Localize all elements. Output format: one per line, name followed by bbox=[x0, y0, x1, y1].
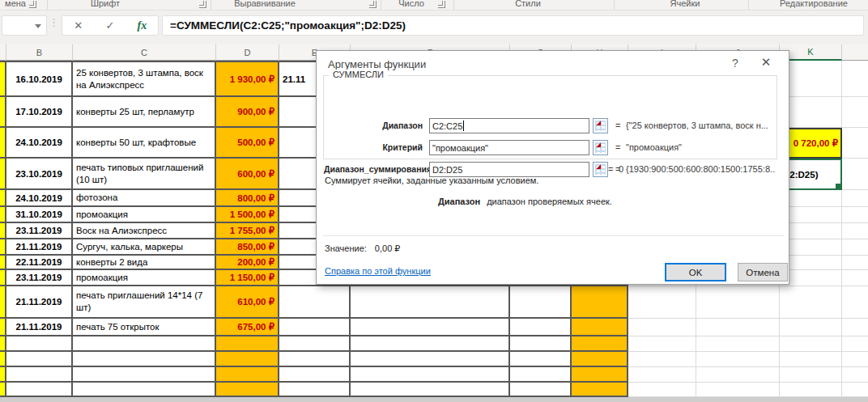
cell[interactable] bbox=[842, 270, 868, 286]
cell-amount[interactable]: 850,00 ₽ bbox=[216, 239, 279, 256]
cell[interactable] bbox=[0, 239, 6, 256]
cell-amount[interactable]: 1 500,00 ₽ bbox=[216, 207, 279, 223]
cell[interactable] bbox=[510, 336, 572, 352]
column-header-B[interactable]: B bbox=[6, 44, 73, 61]
cancel-button[interactable]: Отмена bbox=[738, 263, 788, 281]
cell[interactable] bbox=[73, 336, 216, 352]
cell[interactable] bbox=[780, 383, 842, 397]
cell[interactable] bbox=[572, 367, 628, 383]
dialog-launcher-icon[interactable] bbox=[29, 1, 36, 8]
name-box[interactable] bbox=[2, 15, 47, 36]
cell[interactable] bbox=[696, 383, 780, 397]
cell[interactable] bbox=[510, 286, 572, 319]
cell[interactable] bbox=[279, 286, 351, 319]
cell[interactable] bbox=[0, 97, 6, 128]
cell-desc[interactable]: конверты 25 шт, перламутр bbox=[73, 97, 216, 128]
cell[interactable] bbox=[572, 319, 628, 336]
criteria-input[interactable]: "промоакция" bbox=[429, 140, 589, 155]
cell[interactable] bbox=[628, 319, 696, 336]
cell-desc[interactable]: промоакция bbox=[73, 207, 216, 223]
column-header-D[interactable]: D bbox=[216, 44, 279, 61]
cell-desc[interactable]: конверты 50 шт, крафтовые bbox=[73, 128, 216, 159]
cell-date[interactable]: 21.11.2019 bbox=[6, 239, 73, 256]
cell[interactable] bbox=[279, 352, 351, 367]
cell[interactable] bbox=[279, 319, 351, 336]
enter-icon[interactable]: ✓ bbox=[98, 19, 122, 32]
cell-amount[interactable]: 900,00 ₽ bbox=[216, 97, 279, 128]
cell[interactable] bbox=[0, 61, 6, 97]
cell[interactable] bbox=[0, 336, 6, 352]
cell[interactable] bbox=[216, 383, 279, 397]
column-header-L[interactable] bbox=[842, 44, 868, 61]
cell[interactable] bbox=[0, 223, 6, 239]
formula-input[interactable]: =СУММЕСЛИ(C2:C25;"промоакция";D2:D25) bbox=[162, 15, 864, 36]
cell[interactable] bbox=[628, 352, 696, 367]
cell[interactable] bbox=[351, 319, 510, 336]
cell[interactable] bbox=[6, 383, 73, 397]
cell[interactable] bbox=[780, 336, 842, 352]
function-help-link[interactable]: Справка по этой функции bbox=[325, 266, 431, 276]
collapse-dialog-icon[interactable] bbox=[593, 118, 608, 133]
cell-amount[interactable]: 800,00 ₽ bbox=[216, 190, 279, 207]
cell[interactable] bbox=[216, 336, 279, 352]
close-icon[interactable]: ✕ bbox=[757, 55, 775, 70]
cell-date[interactable]: 22.11.2019 bbox=[6, 256, 73, 270]
cell-date[interactable]: 31.10.2019 bbox=[6, 207, 73, 223]
cell-desc[interactable]: печать приглашений 14*14 (7 шт) bbox=[73, 286, 216, 319]
cell[interactable] bbox=[696, 319, 780, 336]
cell-desc[interactable]: 25 конвертов, 3 штампа, воск на Алиэкспр… bbox=[73, 61, 216, 97]
cell[interactable] bbox=[842, 286, 868, 319]
cell-desc[interactable]: промоакция bbox=[73, 270, 216, 286]
cell[interactable] bbox=[0, 190, 6, 207]
cell-desc[interactable]: конверты 2 вида bbox=[73, 256, 216, 270]
cell[interactable] bbox=[351, 336, 510, 352]
cell[interactable] bbox=[780, 319, 842, 336]
cell[interactable] bbox=[696, 336, 780, 352]
cell[interactable] bbox=[510, 352, 572, 367]
cell[interactable] bbox=[696, 352, 780, 367]
cell[interactable] bbox=[279, 336, 351, 352]
cell-date[interactable]: 24.10.2019 bbox=[6, 190, 73, 207]
cell[interactable] bbox=[572, 286, 628, 319]
cell[interactable] bbox=[842, 128, 868, 159]
cell[interactable] bbox=[0, 383, 6, 397]
cell[interactable] bbox=[6, 352, 73, 367]
cell-date[interactable]: 16.10.2019 bbox=[6, 61, 73, 97]
cell[interactable] bbox=[6, 367, 73, 383]
cell[interactable] bbox=[0, 270, 6, 286]
cell-date[interactable]: 21.11.2019 bbox=[6, 319, 73, 336]
help-icon[interactable]: ? bbox=[728, 57, 742, 70]
cell-date[interactable]: 17.10.2019 bbox=[6, 97, 73, 128]
cell[interactable] bbox=[842, 367, 868, 383]
cell[interactable] bbox=[0, 207, 6, 223]
cell[interactable] bbox=[842, 190, 868, 207]
cell[interactable] bbox=[510, 367, 572, 383]
cell[interactable] bbox=[0, 367, 6, 383]
collapse-dialog-icon[interactable] bbox=[593, 140, 608, 155]
cell[interactable] bbox=[628, 383, 696, 397]
cell[interactable] bbox=[0, 159, 6, 190]
cell[interactable] bbox=[780, 286, 842, 319]
cell[interactable] bbox=[510, 319, 572, 336]
insert-function-icon[interactable]: fx bbox=[130, 19, 154, 32]
cell[interactable] bbox=[628, 336, 696, 352]
cell[interactable] bbox=[0, 286, 6, 319]
cell[interactable] bbox=[6, 336, 73, 352]
dialog-launcher-icon[interactable] bbox=[438, 1, 445, 8]
cell[interactable] bbox=[0, 256, 6, 270]
cell-desc[interactable]: Сургуч, калька, маркеры bbox=[73, 239, 216, 256]
dialog-launcher-icon[interactable] bbox=[199, 1, 206, 8]
cell[interactable] bbox=[73, 352, 216, 367]
cell[interactable] bbox=[0, 352, 6, 367]
cell[interactable] bbox=[696, 286, 780, 319]
cell[interactable] bbox=[279, 383, 351, 397]
cell-amount[interactable]: 1 755,00 ₽ bbox=[216, 223, 279, 239]
cell-desc[interactable]: печать 75 открыток bbox=[73, 319, 216, 336]
cell[interactable] bbox=[842, 61, 868, 97]
cell-amount[interactable]: 500,00 ₽ bbox=[216, 128, 279, 159]
cell[interactable] bbox=[572, 383, 628, 397]
range-input[interactable]: C2:C25 bbox=[429, 118, 589, 133]
cell[interactable] bbox=[842, 239, 868, 256]
cell-date[interactable]: 23.11.2019 bbox=[6, 270, 73, 286]
cancel-icon[interactable]: ✕ bbox=[66, 19, 91, 32]
